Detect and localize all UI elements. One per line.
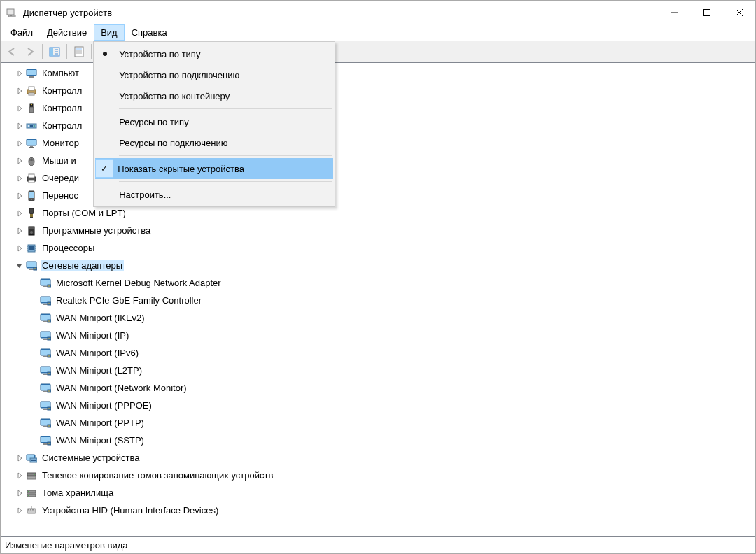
svg-rect-44 (29, 208, 34, 213)
tree-leaf[interactable]: WAN Miniport (PPPOE) (1, 397, 755, 414)
svg-rect-135 (28, 495, 29, 496)
tree-node[interactable]: Теневое копирование томов запоминающих у… (1, 467, 755, 484)
svg-rect-32 (27, 140, 36, 145)
tree-node[interactable]: Тома хранилища (1, 484, 755, 502)
chevron-right-icon[interactable] (14, 490, 25, 497)
toolbar-separator (91, 44, 92, 59)
svg-point-28 (28, 125, 29, 127)
tree-leaf[interactable]: WAN Miniport (IKEv2) (1, 309, 755, 327)
volume-icon (25, 488, 38, 499)
tree-leaf[interactable]: WAN Miniport (L2TP) (1, 362, 755, 379)
chevron-right-icon[interactable] (14, 210, 25, 217)
chevron-right-icon[interactable] (14, 122, 25, 129)
svg-rect-79 (43, 321, 48, 322)
svg-point-50 (30, 231, 33, 234)
chevron-right-icon[interactable] (14, 157, 25, 164)
tree-label: WAN Miniport (IKEv2) (55, 312, 146, 324)
svg-rect-72 (41, 297, 50, 302)
svg-rect-85 (43, 339, 48, 340)
menu-file[interactable]: Файл (4, 24, 40, 41)
view-devices-by-connection[interactable]: Устройства по подключению (95, 64, 333, 85)
dd-label: Показать скрытые устройства (118, 164, 244, 174)
svg-rect-73 (43, 304, 48, 305)
tree-node[interactable]: Системные устройства (1, 449, 755, 467)
chevron-right-icon[interactable] (14, 455, 25, 462)
tree-leaf[interactable]: WAN Miniport (Network Monitor) (1, 379, 755, 397)
chevron-right-icon[interactable] (14, 87, 25, 94)
network-icon (39, 383, 52, 394)
menu-help[interactable]: Справка (125, 24, 174, 41)
tree-label: Microsoft Kernel Debug Network Adapter (55, 277, 223, 289)
tree-label: Мыши и (41, 155, 78, 166)
svg-rect-120 (41, 437, 50, 442)
close-button[interactable] (723, 1, 755, 24)
show-hide-console-tree-button[interactable] (46, 43, 63, 60)
chevron-right-icon[interactable] (14, 192, 25, 199)
tree-node[interactable]: Устройства HID (Human Interface Devices) (1, 502, 755, 519)
tree-label: WAN Miniport (IP) (55, 329, 130, 341)
view-customize[interactable]: Настроить... (95, 184, 333, 205)
tree-leaf[interactable]: WAN Miniport (PPTP) (1, 414, 755, 432)
tree-label: WAN Miniport (PPPOE) (55, 399, 153, 411)
chevron-right-icon[interactable] (14, 70, 25, 77)
shadow-icon (25, 470, 38, 481)
chevron-right-icon[interactable] (14, 227, 25, 234)
tree-label: Контролл (41, 85, 83, 97)
svg-rect-138 (30, 509, 31, 511)
toolbar-separator (42, 44, 43, 59)
svg-rect-109 (43, 409, 48, 410)
tree-label: Сетевые адаптеры (41, 260, 124, 271)
chevron-right-icon[interactable] (14, 507, 25, 514)
svg-rect-22 (29, 87, 34, 90)
back-button[interactable] (4, 43, 20, 60)
software-icon (25, 225, 38, 236)
svg-rect-60 (27, 262, 36, 267)
view-show-hidden[interactable]: ✓ Показать скрытые устройства (95, 158, 333, 179)
maximize-button[interactable] (691, 1, 723, 24)
tree-leaf[interactable]: Microsoft Kernel Debug Network Adapter (1, 274, 755, 292)
tree-leaf[interactable]: Realtek PCIe GbE Family Controller (1, 292, 755, 309)
view-resources-by-connection[interactable]: Ресурсы по подключению (95, 132, 333, 153)
toolbar-separator (66, 44, 67, 59)
svg-rect-84 (41, 332, 50, 337)
chevron-down-icon[interactable] (14, 262, 25, 269)
svg-rect-61 (29, 269, 34, 270)
network-icon (39, 330, 52, 341)
chevron-right-icon[interactable] (14, 245, 25, 252)
tree-node[interactable]: Сетевые адаптеры (1, 257, 755, 274)
view-devices-by-type[interactable]: Устройства по типу (95, 43, 333, 64)
menu-view[interactable]: Вид Устройства по типу Устройства по под… (94, 24, 125, 41)
tree-label: Контролл (41, 120, 83, 132)
network-icon (39, 278, 52, 289)
tree-label: Программные устройства (41, 225, 152, 236)
svg-rect-34 (29, 147, 34, 148)
svg-rect-26 (31, 104, 32, 105)
tree-leaf[interactable]: WAN Miniport (IPv6) (1, 344, 755, 362)
chevron-right-icon[interactable] (14, 175, 25, 182)
tree-node[interactable]: Программные устройства (1, 222, 755, 239)
view-resources-by-type[interactable]: Ресурсы по типу (95, 111, 333, 132)
chevron-right-icon[interactable] (14, 105, 25, 112)
minimize-button[interactable] (659, 1, 691, 24)
tree-node[interactable]: Процессоры (1, 239, 755, 257)
chevron-right-icon[interactable] (14, 472, 25, 479)
svg-rect-121 (43, 443, 48, 445)
tree-label: WAN Miniport (SSTP) (55, 434, 146, 446)
tree-label: WAN Miniport (L2TP) (55, 364, 144, 376)
properties-button[interactable] (71, 43, 88, 60)
window-title: Диспетчер устройств (23, 8, 659, 18)
chevron-right-icon[interactable] (14, 140, 25, 147)
svg-rect-33 (30, 146, 33, 147)
tree-leaf[interactable]: WAN Miniport (IP) (1, 327, 755, 344)
svg-rect-102 (41, 385, 50, 390)
tree-label: Компьют (41, 67, 80, 79)
svg-rect-40 (29, 180, 34, 183)
tree-label: Тома хранилища (41, 487, 115, 499)
svg-rect-49 (29, 227, 34, 229)
system-icon (25, 453, 38, 464)
menu-action[interactable]: Действие (40, 24, 94, 41)
svg-point-43 (31, 199, 32, 200)
view-devices-by-container[interactable]: Устройства по контейнеру (95, 85, 333, 106)
tree-leaf[interactable]: WAN Miniport (SSTP) (1, 432, 755, 449)
forward-button[interactable] (22, 43, 38, 60)
